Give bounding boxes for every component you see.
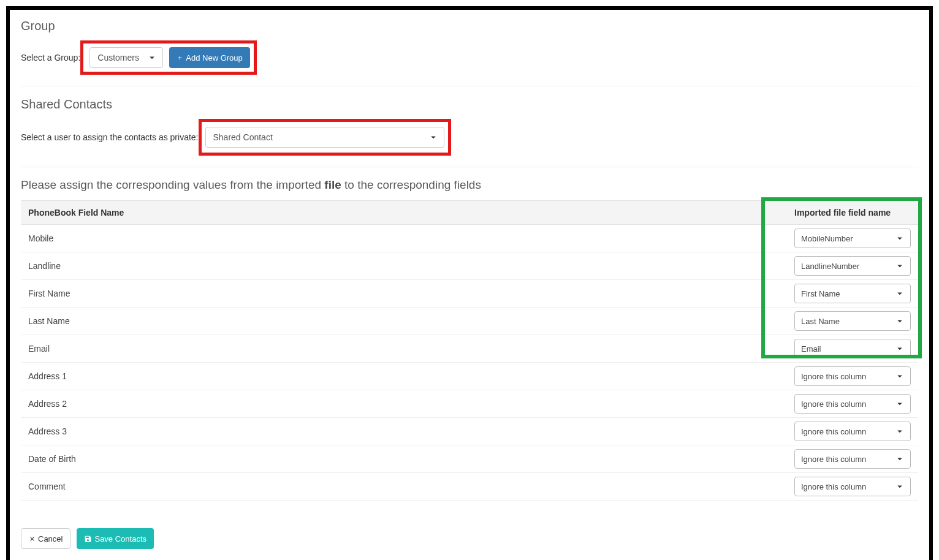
shared-contact-select[interactable]: Shared Contact [205, 127, 444, 148]
mapping-table-container: PhoneBook Field Name Imported file field… [21, 200, 918, 501]
divider-2 [21, 167, 918, 167]
group-select[interactable]: Customers [89, 47, 163, 68]
imported-select-cell: Ignore this column [776, 473, 918, 501]
imported-select-cell: MobileNumber [776, 225, 918, 252]
field-name-cell: Last Name [21, 308, 776, 335]
field-name-cell: Address 1 [21, 363, 776, 390]
imported-field-select[interactable]: Email [794, 339, 911, 358]
cancel-button[interactable]: Cancel [21, 528, 70, 549]
save-icon [84, 535, 92, 543]
shared-label: Select a user to assign the contacts as … [21, 132, 199, 142]
field-name-cell: Address 2 [21, 390, 776, 418]
group-highlight: Customers Add New Group [80, 40, 257, 75]
imported-field-select[interactable]: MobileNumber [794, 229, 911, 248]
field-name-cell: Mobile [21, 225, 776, 252]
imported-select-cell: First Name [776, 280, 918, 308]
shared-title: Shared Contacts [21, 97, 918, 112]
cancel-label: Cancel [38, 534, 63, 543]
field-name-cell: Landline [21, 252, 776, 280]
table-row: CommentIgnore this column [21, 473, 918, 501]
imported-field-select[interactable]: Ignore this column [794, 477, 911, 496]
imported-field-select[interactable]: Last Name [794, 311, 911, 331]
imported-select-cell: Ignore this column [776, 363, 918, 390]
divider [21, 86, 918, 86]
imported-select-cell: Ignore this column [776, 390, 918, 418]
table-row: MobileMobileNumber [21, 225, 918, 252]
plus-icon [177, 55, 183, 61]
field-name-cell: First Name [21, 280, 776, 308]
group-title: Group [21, 19, 918, 33]
table-row: Last NameLast Name [21, 308, 918, 335]
th-field-name: PhoneBook Field Name [21, 201, 776, 225]
table-row: First NameFirst Name [21, 280, 918, 308]
imported-field-select[interactable]: Ignore this column [794, 366, 911, 386]
imported-select-cell: Ignore this column [776, 445, 918, 473]
imported-select-cell: Ignore this column [776, 418, 918, 445]
add-new-group-button[interactable]: Add New Group [169, 47, 250, 68]
close-icon [29, 535, 36, 542]
field-name-cell: Address 3 [21, 418, 776, 445]
table-row: EmailEmail [21, 335, 918, 363]
imported-field-select[interactable]: First Name [794, 284, 911, 303]
imported-select-cell: LandlineNumber [776, 252, 918, 280]
imported-field-select[interactable]: Ignore this column [794, 394, 911, 414]
table-row: Date of BirthIgnore this column [21, 445, 918, 473]
footer-buttons: Cancel Save Contacts [21, 528, 918, 549]
field-name-cell: Email [21, 335, 776, 363]
save-label: Save Contacts [94, 534, 146, 543]
assign-info: Please assign the corresponding values f… [21, 178, 918, 192]
table-row: Address 1Ignore this column [21, 363, 918, 390]
table-row: Address 2Ignore this column [21, 390, 918, 418]
table-row: Address 3Ignore this column [21, 418, 918, 445]
add-group-label: Add New Group [186, 53, 243, 62]
shared-highlight: Shared Contact [199, 119, 451, 156]
imported-field-select[interactable]: Ignore this column [794, 422, 911, 441]
imported-field-select[interactable]: LandlineNumber [794, 256, 911, 276]
th-imported-name: Imported file field name [776, 201, 918, 225]
shared-contacts-section: Shared Contacts Select a user to assign … [21, 97, 918, 156]
imported-select-cell: Last Name [776, 308, 918, 335]
imported-select-cell: Email [776, 335, 918, 363]
save-contacts-button[interactable]: Save Contacts [77, 528, 154, 549]
field-name-cell: Date of Birth [21, 445, 776, 473]
table-row: LandlineLandlineNumber [21, 252, 918, 280]
imported-field-select[interactable]: Ignore this column [794, 449, 911, 469]
mapping-table: PhoneBook Field Name Imported file field… [21, 200, 918, 501]
field-name-cell: Comment [21, 473, 776, 501]
group-label: Select a Group: [21, 53, 80, 62]
group-section: Group Select a Group: Customers Add New … [21, 19, 918, 75]
